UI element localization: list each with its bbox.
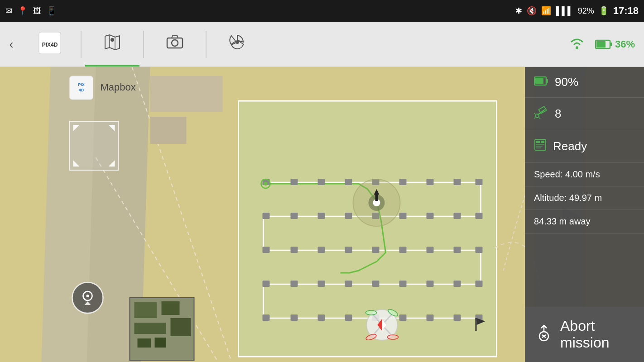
- battery-stat: 90%: [525, 67, 644, 98]
- svg-rect-118: [546, 79, 548, 83]
- svg-rect-68: [318, 314, 325, 321]
- svg-rect-31: [291, 179, 298, 185]
- svg-rect-55: [454, 247, 461, 253]
- svg-rect-61: [372, 281, 380, 287]
- svg-rect-48: [263, 247, 270, 253]
- right-panel: 90% 8 Ready: [525, 67, 644, 362]
- svg-rect-66: [263, 314, 270, 321]
- altitude-stat: Altitude: 49.97 m: [525, 186, 644, 210]
- clock: 17:18: [613, 5, 639, 17]
- svg-rect-67: [291, 314, 298, 321]
- svg-rect-8: [610, 43, 612, 46]
- tab-radiation[interactable]: [210, 22, 264, 67]
- svg-rect-35: [399, 179, 407, 185]
- svg-rect-69: [345, 314, 352, 321]
- radiation-icon: [228, 33, 247, 56]
- status-value: Ready: [553, 139, 587, 153]
- svg-rect-56: [476, 247, 483, 253]
- svg-rect-130: [536, 146, 543, 147]
- svg-line-124: [539, 118, 540, 119]
- svg-rect-51: [345, 247, 352, 253]
- svg-rect-32: [318, 179, 325, 185]
- status-right-icons: ✱ 🔇 📶 ▌▌▌ 92% 🔋 17:18: [515, 5, 639, 17]
- distance-value: 84.33 m away: [534, 216, 591, 226]
- svg-point-4: [172, 40, 178, 46]
- svg-rect-50: [318, 247, 325, 253]
- svg-rect-53: [399, 247, 407, 253]
- tab-map[interactable]: [85, 22, 139, 67]
- satellites-value: 8: [555, 107, 561, 121]
- abort-icon: [534, 323, 554, 347]
- screen-icon: 📱: [47, 6, 57, 16]
- map-icon: [103, 33, 122, 56]
- svg-text:Mapbox: Mapbox: [101, 81, 136, 93]
- battery-value: 90%: [555, 75, 578, 89]
- location-icon: 📍: [18, 6, 28, 16]
- svg-rect-33: [345, 179, 352, 185]
- svg-rect-58: [291, 281, 298, 287]
- distance-stat: 84.33 m away: [525, 210, 644, 233]
- tab-camera[interactable]: [148, 22, 202, 67]
- svg-text:4D: 4D: [79, 88, 84, 92]
- svg-rect-52: [372, 247, 380, 253]
- svg-rect-59: [318, 281, 325, 287]
- battery-stat-icon: [534, 75, 548, 89]
- toolbar-right-section: 36%: [568, 34, 644, 54]
- altitude-value: Altitude: 49.97 m: [534, 193, 602, 203]
- svg-point-108: [87, 295, 89, 297]
- svg-rect-57: [263, 281, 270, 287]
- svg-point-81: [264, 182, 268, 186]
- svg-rect-65: [476, 281, 483, 287]
- bluetooth-icon: ✱: [515, 6, 522, 16]
- svg-rect-42: [345, 213, 352, 219]
- battery-percentage: 92%: [578, 6, 594, 16]
- toolbar: ‹ PIX4D: [0, 22, 644, 67]
- svg-rect-129: [536, 144, 544, 145]
- svg-rect-41: [318, 213, 325, 219]
- toolbar-separator-1: [81, 31, 82, 58]
- svg-point-105: [72, 282, 103, 313]
- svg-rect-40: [291, 213, 298, 219]
- svg-rect-71: [399, 314, 407, 321]
- svg-rect-82: [476, 318, 477, 331]
- signal-icon: ✉: [5, 6, 12, 16]
- back-button[interactable]: ‹: [0, 37, 23, 52]
- speed-value: Speed: 4.00 m/s: [534, 169, 600, 179]
- satellites-stat: 8: [525, 98, 644, 130]
- abort-mission-button[interactable]: Abort mission: [525, 307, 644, 362]
- camera-icon: [165, 33, 184, 56]
- svg-rect-121: [538, 106, 546, 114]
- svg-rect-9: [596, 41, 606, 48]
- wifi-icon: 📶: [541, 6, 551, 16]
- toolbar-separator-3: [206, 31, 207, 58]
- svg-rect-47: [476, 213, 483, 219]
- svg-rect-110: [135, 302, 157, 318]
- status-left-icons: ✉ 📍 🖼 📱: [5, 6, 57, 16]
- svg-line-123: [534, 118, 535, 119]
- svg-rect-114: [138, 338, 151, 348]
- svg-rect-131: [536, 148, 541, 148]
- svg-rect-115: [155, 338, 166, 348]
- svg-rect-72: [427, 314, 434, 321]
- speed-stat: Speed: 4.00 m/s: [525, 163, 644, 186]
- drone-battery-section: 36%: [595, 38, 635, 50]
- svg-rect-44: [399, 213, 407, 219]
- svg-rect-46: [454, 213, 461, 219]
- svg-rect-37: [454, 179, 461, 185]
- pix4d-logo: PIX4D: [38, 31, 62, 57]
- signal-bars-icon: ▌▌▌: [556, 6, 573, 16]
- status-bar: ✉ 📍 🖼 📱 ✱ 🔇 📶 ▌▌▌ 92% 🔋 17:18: [0, 0, 644, 22]
- svg-rect-17: [150, 76, 223, 112]
- status-stat: Ready: [525, 130, 644, 163]
- svg-point-92: [388, 335, 399, 339]
- svg-rect-119: [535, 78, 543, 84]
- svg-rect-18: [150, 117, 187, 144]
- svg-rect-111: [162, 301, 180, 315]
- drone-battery-label: 36%: [615, 38, 635, 50]
- tab-pix4d[interactable]: PIX4D: [23, 22, 77, 67]
- image-icon: 🖼: [33, 6, 41, 16]
- mute-icon: 🔇: [527, 6, 537, 16]
- svg-rect-128: [541, 141, 544, 143]
- svg-point-2: [111, 38, 114, 42]
- svg-rect-36: [427, 179, 434, 185]
